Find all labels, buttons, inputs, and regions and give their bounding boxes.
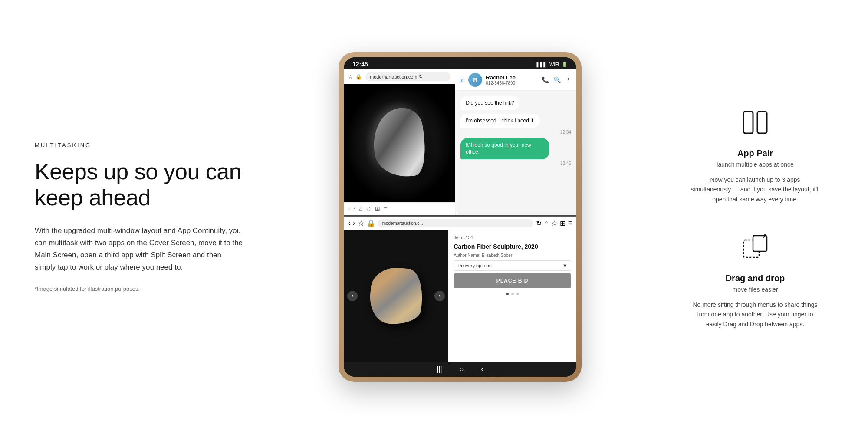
- chat-header-icons: 📞 🔍 ⋮: [542, 76, 571, 83]
- right-section: App Pair launch multiple apps at once No…: [677, 105, 833, 329]
- page-wrapper: MULTITASKING Keeps up so you can keep ah…: [0, 0, 868, 434]
- dot-3: [516, 293, 519, 295]
- app-pair-desc: Now you can launch up to 3 apps simultan…: [690, 175, 820, 204]
- chat-header: ‹ R Rachel Lee 012-3456-7890 📞 🔍 ⋮: [455, 69, 576, 91]
- auction-image: ‹ ›: [344, 230, 448, 362]
- message-1: Did you see the link?: [460, 96, 519, 110]
- drag-drop-title: Drag and drop: [726, 273, 785, 283]
- app-pair-feature: App Pair launch multiple apps at once No…: [677, 105, 833, 204]
- star2-btn[interactable]: ☆: [551, 219, 557, 227]
- sculpture-shape: [368, 105, 431, 182]
- menu-btn[interactable]: ≡: [568, 219, 572, 227]
- auction-title: Carbon Fiber Sculpture, 2020: [454, 243, 571, 250]
- main-heading: Keeps up so you can keep ahead: [35, 159, 243, 211]
- drag-drop-feature: Drag and drop move files easier No more …: [677, 230, 833, 329]
- battery-icon: 🔋: [562, 62, 568, 67]
- refresh-icon[interactable]: ↻: [419, 74, 423, 79]
- description: With the upgraded multi-window layout an…: [35, 225, 243, 273]
- star-btn[interactable]: ☆: [358, 219, 364, 227]
- svg-rect-3: [753, 236, 767, 251]
- call-icon[interactable]: 📞: [542, 76, 549, 83]
- left-section: MULTITASKING Keeps up so you can keep ah…: [35, 142, 243, 292]
- chat-number: 012-3456-7890: [486, 81, 538, 85]
- nav-back[interactable]: |||: [437, 365, 442, 373]
- auction-details: Item #134 Carbon Fiber Sculpture, 2020 A…: [448, 230, 576, 362]
- dropdown-arrow: ▼: [562, 263, 567, 268]
- next-arrow[interactable]: ›: [434, 291, 445, 301]
- bookmark-icon[interactable]: ☆: [348, 74, 353, 80]
- bottom-browser-bar: ‹ › ☆ 🔒 modernartauction.c... ↻ ⌂ ☆ ⊞ ≡: [344, 217, 576, 230]
- browser-nav-icons: ☆ 🔒: [348, 74, 362, 80]
- phone-device: 12:45 ▌▌▌ WiFi 🔋 ☆: [339, 52, 582, 382]
- message-3-time: 12:45: [560, 161, 571, 166]
- status-icons: ▌▌▌ WiFi 🔋: [537, 62, 568, 67]
- status-time: 12:45: [352, 61, 368, 68]
- auction-select[interactable]: Delivery options ▼: [454, 260, 571, 271]
- search-icon[interactable]: 🔍: [553, 76, 561, 83]
- back-icon[interactable]: ‹: [348, 205, 350, 212]
- fwd-btn[interactable]: ›: [353, 219, 355, 227]
- status-bar: 12:45 ▌▌▌ WiFi 🔋: [344, 57, 576, 69]
- chat-info: Rachel Lee 012-3456-7890: [486, 74, 538, 85]
- svg-rect-1: [757, 112, 767, 133]
- disclaimer: *Image simulated for illustration purpos…: [35, 286, 243, 292]
- chat-messages: Did you see the link? I'm obsessed. I th…: [455, 91, 576, 215]
- wifi-icon: WiFi: [549, 62, 559, 67]
- home-icon[interactable]: ⌂: [359, 205, 362, 212]
- drag-drop-icon: [738, 230, 773, 265]
- nav-recents[interactable]: ‹: [481, 365, 483, 373]
- chat-name: Rachel Lee: [486, 74, 538, 81]
- star-icon[interactable]: ✩: [366, 205, 372, 212]
- message-2: I'm obsessed. I think I need it.: [460, 114, 539, 128]
- svg-rect-0: [743, 112, 753, 133]
- lock-btn: 🔒: [367, 219, 375, 227]
- browser-url[interactable]: modernartauction.com ↻: [365, 72, 450, 81]
- nav-home[interactable]: ○: [460, 365, 464, 373]
- app-pair-subtitle: launch multiple apps at once: [717, 161, 793, 168]
- signal-icon: ▌▌▌: [537, 62, 547, 67]
- chat-back-button[interactable]: ‹: [460, 76, 463, 85]
- drag-drop-subtitle: move files easier: [732, 286, 778, 293]
- dot-1: [506, 293, 509, 295]
- phone-content: ☆ 🔒 modernartauction.com ↻: [344, 69, 576, 377]
- messages-panel: ‹ R Rachel Lee 012-3456-7890 📞 🔍 ⋮: [455, 69, 576, 215]
- home-bar: ||| ○ ‹: [344, 362, 576, 377]
- message-2-time: 12:34: [560, 130, 571, 135]
- back-btn[interactable]: ‹: [348, 219, 350, 227]
- browser-nav-bottom[interactable]: ‹ › ⌂ ✩ ⊞ ≡: [344, 202, 455, 215]
- center-section: 12:45 ▌▌▌ WiFi 🔋 ☆: [243, 52, 677, 382]
- sculpture-image: [344, 84, 455, 202]
- auction-bid-button[interactable]: PLACE BID: [454, 273, 571, 288]
- auction-author: Author Name: Elizabeth Sober: [454, 253, 571, 258]
- refresh-btn[interactable]: ↻: [536, 219, 542, 227]
- tabs-icon[interactable]: ⊞: [375, 205, 380, 212]
- drag-drop-desc: No more sifting through menus to share t…: [690, 300, 820, 329]
- auction-sculpture: [368, 266, 424, 326]
- app-pair-icon: [738, 105, 773, 140]
- browser-bar: ☆ 🔒 modernartauction.com ↻: [344, 69, 455, 84]
- dot-2: [511, 293, 514, 295]
- auction-item-num: Item #134: [454, 235, 571, 240]
- bottom-content: ‹ › Item #134 Carbon Fiber Sculpture, 20…: [344, 230, 576, 362]
- menu-icon[interactable]: ≡: [384, 205, 387, 212]
- tabs-btn[interactable]: ⊞: [560, 219, 566, 227]
- top-split: ☆ 🔒 modernartauction.com ↻: [344, 69, 576, 216]
- app-pair-title: App Pair: [737, 148, 773, 158]
- auction-dots: [454, 291, 571, 297]
- browser-panel: ☆ 🔒 modernartauction.com ↻: [344, 69, 455, 215]
- home-btn[interactable]: ⌂: [544, 219, 549, 227]
- chat-avatar: R: [468, 73, 482, 87]
- browser-content: [344, 84, 455, 202]
- section-label: MULTITASKING: [35, 142, 243, 148]
- bottom-browser-url[interactable]: modernartauction.c...: [378, 219, 533, 227]
- phone-screen: 12:45 ▌▌▌ WiFi 🔋 ☆: [344, 57, 576, 377]
- forward-icon[interactable]: ›: [354, 205, 356, 212]
- more-icon[interactable]: ⋮: [565, 76, 571, 83]
- lock-icon: 🔒: [355, 74, 362, 80]
- prev-arrow[interactable]: ‹: [347, 291, 358, 301]
- bottom-browser-panel: ‹ › ☆ 🔒 modernartauction.c... ↻ ⌂ ☆ ⊞ ≡: [344, 216, 576, 362]
- message-3: It'll look so good in your new office.: [460, 138, 549, 160]
